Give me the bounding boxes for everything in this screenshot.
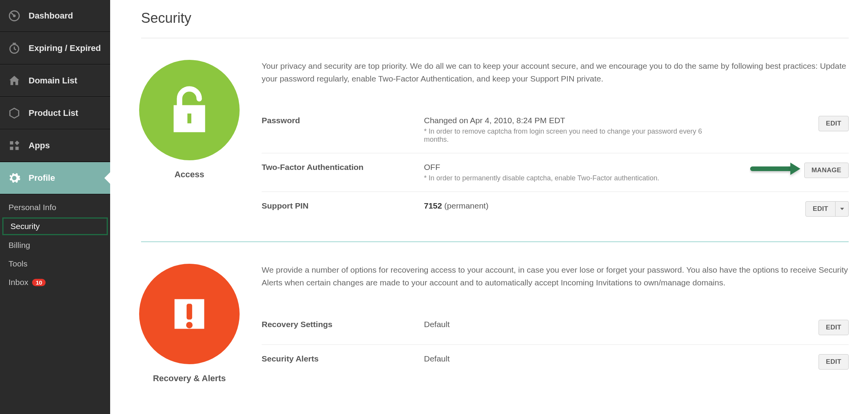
recovery-intro: We provide a number of options for recov… (262, 264, 849, 289)
pin-value-col: 7152 (permanent) (424, 201, 798, 210)
svg-rect-3 (10, 141, 14, 145)
recovery-title: Recovery & Alerts (153, 373, 226, 383)
row-password: Password Changed on Apr 4, 2010, 8:24 PM… (262, 107, 849, 153)
access-body: Your privacy and security are top priori… (262, 60, 849, 226)
section-recovery: Recovery & Alerts We provide a number of… (141, 242, 849, 399)
alert-icon (139, 264, 240, 364)
password-actions: EDIT (819, 116, 849, 131)
edit-password-button[interactable]: EDIT (819, 116, 849, 131)
sidebar-item-label: Apps (29, 141, 50, 151)
tfa-label: Two-Factor Authentication (262, 163, 416, 172)
subnav-security[interactable]: Security (2, 217, 108, 235)
unlock-icon (139, 60, 240, 160)
arrow-annotation-icon (750, 163, 800, 175)
sidebar-subnav: Personal Info Security Billing Tools Inb… (0, 194, 110, 292)
manage-tfa-button[interactable]: MANAGE (804, 163, 849, 178)
password-label: Password (262, 116, 416, 125)
inbox-badge: 10 (32, 279, 46, 286)
svg-rect-5 (10, 147, 14, 150)
row-recovery-settings: Recovery Settings Default EDIT (262, 310, 849, 345)
recovery-settings-actions: EDIT (819, 320, 849, 335)
sidebar-item-dashboard[interactable]: Dashboard (0, 0, 110, 32)
row-support-pin: Support PIN 7152 (permanent) EDIT (262, 192, 849, 226)
recovery-settings-label: Recovery Settings (262, 320, 416, 329)
alerts-actions: EDIT (819, 354, 849, 370)
sidebar: Dashboard Expiring / Expired Domain List… (0, 0, 110, 414)
svg-rect-8 (187, 114, 191, 123)
edit-alerts-button[interactable]: EDIT (819, 354, 849, 370)
sidebar-item-label: Product List (29, 108, 78, 118)
svg-point-11 (186, 322, 193, 328)
subnav-personal-info[interactable]: Personal Info (0, 198, 110, 217)
subnav-inbox[interactable]: Inbox 10 (0, 273, 110, 292)
password-value-col: Changed on Apr 4, 2010, 8:24 PM EDT * In… (424, 116, 811, 144)
row-tfa: Two-Factor Authentication OFF * In order… (262, 153, 849, 192)
pin-actions: EDIT (805, 201, 849, 217)
box-icon (8, 107, 21, 120)
recovery-icon-col: Recovery & Alerts (141, 264, 238, 383)
svg-rect-6 (15, 147, 19, 150)
sidebar-item-label: Expiring / Expired (29, 43, 101, 53)
access-intro: Your privacy and security are top priori… (262, 60, 849, 85)
password-value: Changed on Apr 4, 2010, 8:24 PM EDT (424, 116, 811, 125)
password-note: * In order to remove captcha from login … (424, 127, 706, 144)
sidebar-item-label: Domain List (29, 76, 77, 86)
recovery-settings-value-col: Default (424, 320, 811, 329)
tfa-actions: MANAGE (750, 163, 849, 178)
section-access: Access Your privacy and security are top… (141, 38, 849, 241)
edit-recovery-settings-button[interactable]: EDIT (819, 320, 849, 335)
sidebar-item-label: Dashboard (29, 11, 73, 21)
recovery-settings-value: Default (424, 320, 811, 329)
tfa-value: OFF (424, 163, 742, 172)
tfa-value-col: OFF * In order to permanently disable ca… (424, 163, 742, 182)
edit-pin-dropdown-button[interactable] (836, 201, 849, 217)
subnav-tools[interactable]: Tools (0, 255, 110, 273)
clock-icon (8, 42, 21, 55)
main-content: Security Access Your privacy and securit… (110, 0, 868, 414)
svg-rect-4 (15, 141, 19, 145)
alerts-label: Security Alerts (262, 354, 416, 363)
svg-point-1 (14, 15, 15, 17)
row-security-alerts: Security Alerts Default EDIT (262, 345, 849, 379)
access-title: Access (174, 170, 204, 180)
page-title: Security (141, 10, 849, 26)
pin-label: Support PIN (262, 201, 416, 210)
recovery-body: We provide a number of options for recov… (262, 264, 849, 379)
alerts-value: Default (424, 354, 811, 363)
access-icon-col: Access (141, 60, 238, 180)
apps-icon (8, 139, 21, 152)
sidebar-item-label: Profile (29, 173, 55, 183)
home-icon (8, 74, 21, 87)
sidebar-item-expiring[interactable]: Expiring / Expired (0, 32, 110, 64)
subnav-billing[interactable]: Billing (0, 236, 110, 255)
sidebar-item-domain-list[interactable]: Domain List (0, 64, 110, 97)
sidebar-item-profile[interactable]: Profile (0, 162, 110, 194)
dashboard-icon (8, 9, 21, 22)
edit-pin-split-button: EDIT (805, 201, 849, 217)
svg-rect-10 (187, 304, 192, 320)
sidebar-item-product-list[interactable]: Product List (0, 97, 110, 129)
alerts-value-col: Default (424, 354, 811, 363)
edit-pin-button[interactable]: EDIT (805, 201, 836, 217)
pin-value: 7152 (permanent) (424, 201, 798, 210)
caret-down-icon (840, 208, 844, 210)
tfa-note: * In order to permanently disable captch… (424, 174, 706, 182)
sidebar-item-apps[interactable]: Apps (0, 129, 110, 162)
gear-icon (8, 171, 21, 185)
